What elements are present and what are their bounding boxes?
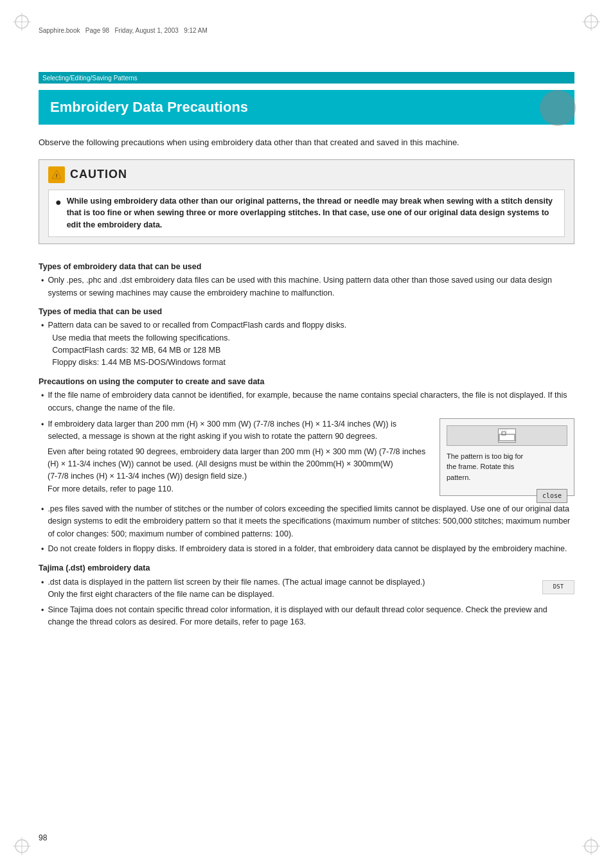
dialog-column: ···· The pattern is too big for the fram… bbox=[440, 418, 574, 503]
item-text: .dst data is displayed in the pattern li… bbox=[48, 576, 427, 601]
svg-text:····: ···· bbox=[500, 429, 508, 432]
item-text: If the file name of embroidery data cann… bbox=[48, 389, 574, 414]
list-item: • .pes files saved with the number of st… bbox=[39, 503, 574, 540]
indent-text: Even after being rotated 90 degrees, emb… bbox=[39, 446, 427, 496]
caution-bullet: ● While using embroidery data other than… bbox=[48, 190, 565, 237]
caution-box: ! CAUTION ● While using embroidery data … bbox=[39, 159, 574, 244]
corner-mark-bl bbox=[12, 836, 32, 856]
section-title-2: Types of media that can be used bbox=[39, 306, 574, 318]
dialog-close-button[interactable]: close bbox=[537, 489, 567, 503]
dst-label-box: DST bbox=[542, 580, 574, 594]
list-item: • .dst data is displayed in the pattern … bbox=[39, 576, 427, 601]
bullet-symbol: • bbox=[41, 275, 44, 287]
corner-mark-tl bbox=[12, 12, 32, 32]
list-item: • Since Tajima does not contain specific… bbox=[39, 604, 574, 629]
section-title-4: Tajima (.dst) embroidery data bbox=[39, 562, 574, 574]
dst-box-container: DST bbox=[440, 576, 574, 594]
corner-mark-br bbox=[581, 836, 601, 856]
item-text: .pes files saved with the number of stit… bbox=[48, 503, 574, 540]
main-content: Embroidery Data Precautions Observe the … bbox=[39, 90, 574, 631]
bullet-symbol: • bbox=[41, 577, 44, 589]
list-item: • Pattern data can be saved to or recall… bbox=[39, 319, 574, 369]
bullet-symbol: • bbox=[41, 504, 44, 516]
item-text: Since Tajima does not contain specific t… bbox=[48, 604, 574, 629]
page-title: Embroidery Data Precautions bbox=[50, 99, 248, 116]
list-item: • If embroidery data larger than 200 mm … bbox=[39, 418, 427, 443]
title-deco bbox=[540, 90, 576, 126]
list-item: • Only .pes, .phc and .dst embroidery da… bbox=[39, 274, 574, 299]
caution-icon: ! bbox=[48, 166, 65, 183]
list-item: • If the file name of embroidery data ca… bbox=[39, 389, 574, 414]
section-header: Selecting/Editing/Saving Patterns bbox=[39, 72, 574, 84]
section-title-3: Precautions on using the computer to cre… bbox=[39, 376, 574, 388]
two-col-layout: • If embroidery data larger than 200 mm … bbox=[39, 418, 574, 503]
section-title-1: Types of embroidery data that can be use… bbox=[39, 261, 574, 273]
title-box: Embroidery Data Precautions bbox=[39, 90, 574, 125]
intro-paragraph: Observe the following precautions when u… bbox=[39, 136, 574, 149]
caution-header: ! CAUTION bbox=[48, 166, 565, 183]
tajima-text-1: • .dst data is displayed in the pattern … bbox=[39, 576, 427, 604]
bullet-symbol: • bbox=[41, 544, 44, 556]
corner-mark-tr bbox=[581, 12, 601, 32]
item-text: Pattern data can be saved to or recalled… bbox=[48, 319, 346, 369]
item-text: If embroidery data larger than 200 mm (H… bbox=[48, 418, 427, 443]
item-text: Only .pes, .phc and .dst embroidery data… bbox=[48, 274, 574, 299]
caution-bullet-dot: ● bbox=[55, 195, 62, 209]
tajima-row-1: • .dst data is displayed in the pattern … bbox=[39, 576, 574, 604]
caution-bullet-text: While using embroidery data other than o… bbox=[67, 195, 558, 231]
dialog-box: ···· The pattern is too big for the fram… bbox=[440, 418, 574, 497]
page-number: 98 bbox=[39, 833, 47, 842]
bullet-symbol: • bbox=[41, 320, 44, 332]
text-column: • If embroidery data larger than 200 mm … bbox=[39, 418, 427, 503]
bullet-symbol: • bbox=[41, 419, 44, 431]
top-meta: Sapphire.book Page 98 Friday, August 1, … bbox=[39, 27, 208, 34]
caution-label: CAUTION bbox=[70, 168, 127, 181]
list-item: • Do not create folders in floppy disks.… bbox=[39, 543, 574, 556]
dialog-title-bar: ···· bbox=[447, 425, 567, 446]
dialog-message: The pattern is too big for the frame. Ro… bbox=[447, 451, 567, 483]
item-text: Do not create folders in floppy disks. I… bbox=[48, 543, 567, 555]
svg-text:!: ! bbox=[56, 173, 58, 179]
bullet-symbol: • bbox=[41, 605, 44, 617]
bullet-symbol: • bbox=[41, 390, 44, 402]
body-content: Types of embroidery data that can be use… bbox=[39, 261, 574, 629]
dialog-icon: ···· bbox=[498, 429, 516, 443]
